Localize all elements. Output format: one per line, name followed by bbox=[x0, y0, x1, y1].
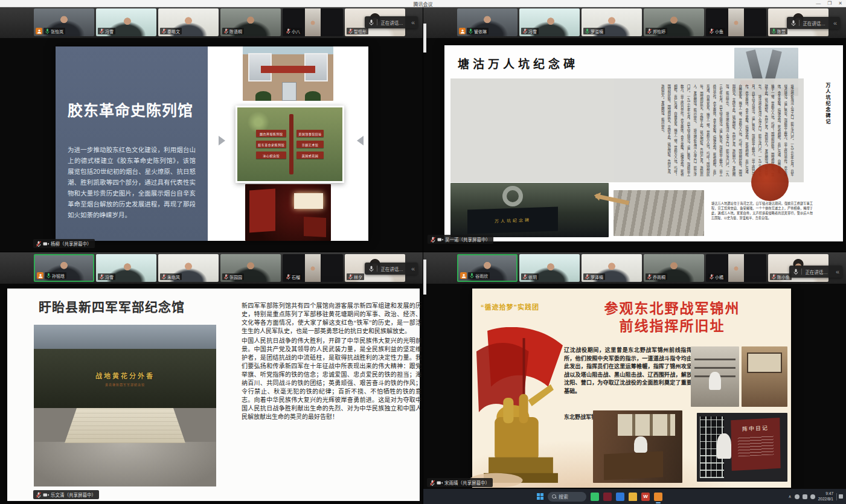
mic-off-icon bbox=[224, 28, 228, 34]
participant-nameplate: 孙铭晗 bbox=[45, 272, 66, 279]
presenter-icon bbox=[37, 29, 42, 34]
participant-name: 冯雪 bbox=[105, 274, 114, 280]
presenter-badge bbox=[37, 272, 43, 279]
participant-video[interactable]: 冯雪 bbox=[519, 8, 580, 36]
mural: 战地黄花分外香 黄花塘新四军军部纪念馆 bbox=[34, 349, 216, 408]
photo-stone-relief bbox=[614, 190, 704, 236]
mic-off-icon bbox=[36, 241, 41, 247]
participant-video[interactable]: 秦皓文 bbox=[158, 8, 219, 36]
mic-off-icon bbox=[286, 274, 290, 279]
speaking-text: 正在讲话… bbox=[803, 20, 825, 27]
wechat-icon[interactable] bbox=[591, 493, 599, 501]
tray-expand-icon[interactable]: ∧ bbox=[789, 494, 792, 499]
participant-video[interactable]: 乔雨桐 bbox=[644, 254, 704, 282]
speaking-indicator[interactable]: 正在讲话… « bbox=[789, 266, 842, 278]
participant-nameplate: 智恒彤 bbox=[347, 28, 368, 34]
participant-video[interactable]: 张怡岚 bbox=[34, 8, 94, 36]
sharer-label: 宋雨晴（共享屏幕中） bbox=[427, 478, 493, 487]
speaking-text: 正在讲话… bbox=[380, 266, 403, 272]
collapse-icon[interactable]: « bbox=[836, 268, 838, 275]
signpost-label: 英国式花园 bbox=[296, 152, 324, 159]
carousel-prev-arrow[interactable] bbox=[219, 136, 225, 145]
app-icon-blue[interactable] bbox=[616, 493, 624, 501]
participant-video[interactable]: 孙铭晗 bbox=[34, 254, 94, 282]
meeting-window-1: 张怡岚冯雪秦皓文陈语桐小八智恒彤 正在讲话… « 胶东革命史陈列馆 为进一步推动… bbox=[0, 7, 423, 252]
participant-video[interactable]: 依玥 bbox=[519, 254, 580, 282]
mic-on-icon bbox=[470, 273, 474, 278]
participant-video[interactable]: 冯雪 bbox=[96, 8, 156, 36]
participant-video[interactable]: 罗溢楠 bbox=[582, 8, 642, 36]
paragraph-1: 新四军军部陈列馆共有四个展馆向游客展示新四军组建和发展的历史，特别是重点陈列了军… bbox=[242, 302, 421, 336]
app-icon-maroon[interactable] bbox=[603, 493, 612, 501]
participant-video[interactable]: 石榴 bbox=[283, 254, 343, 282]
ring-sculpture bbox=[502, 186, 523, 206]
start-button[interactable] bbox=[537, 493, 543, 500]
meeting-app-icon[interactable] bbox=[654, 493, 662, 501]
mic-on-icon bbox=[469, 28, 473, 34]
participant-video[interactable]: 朱临风 bbox=[158, 254, 219, 282]
shared-slide-tanggu: 塘沽万人坑纪念碑 塘沽地处海河入海之口，扼京津门户。一九三七年七月，日军侵占塘沽… bbox=[444, 45, 843, 241]
slide-title: 塘沽万人坑纪念碑 bbox=[458, 55, 578, 71]
collapse-icon[interactable]: « bbox=[833, 19, 836, 27]
participant-video[interactable]: 小鱼 bbox=[706, 8, 766, 36]
participant-video[interactable]: 郑怡婷 bbox=[644, 8, 704, 36]
mic-off-icon bbox=[348, 28, 353, 34]
mic-on-icon bbox=[772, 28, 776, 34]
speaking-indicator[interactable]: 正在讲话… « bbox=[365, 16, 418, 28]
participant-name: 石榴 bbox=[292, 274, 300, 280]
cloud-tray-icon[interactable] bbox=[795, 494, 800, 499]
collapse-icon[interactable]: « bbox=[411, 265, 414, 272]
participant-strip: 管依琳冯雪罗溢楠郑怡婷小鱼陈萱 正在讲话… « bbox=[423, 7, 846, 38]
signpost-label: 京剧艺术馆 bbox=[296, 141, 324, 148]
close-button[interactable]: ✕ bbox=[838, 0, 842, 7]
participant-nameplate: 冯雪 bbox=[521, 28, 539, 34]
taskbar-search[interactable]: 搜索 bbox=[548, 492, 586, 502]
participant-name: 冯雪 bbox=[528, 28, 537, 34]
mural-subtext: 黄花塘新四军军部纪念馆 bbox=[105, 382, 145, 386]
participant-video[interactable]: 陈语桐 bbox=[220, 8, 281, 36]
mic-off-icon bbox=[647, 274, 652, 279]
participant-nameplate: 冯雪 bbox=[98, 28, 115, 34]
participant-video[interactable]: 管依琳 bbox=[457, 8, 518, 36]
mic-off-icon bbox=[710, 28, 714, 34]
collapse-icon[interactable]: « bbox=[411, 19, 414, 26]
participant-nameplate: 郑怡婷 bbox=[646, 28, 667, 34]
participant-name: 智恒彤 bbox=[354, 28, 367, 34]
photo-museum-building bbox=[243, 46, 333, 101]
speaking-indicator[interactable]: 正在讲话… « bbox=[787, 17, 840, 29]
participant-video[interactable]: 张园园 bbox=[220, 254, 281, 282]
diary-panel-title: 阵中日记 bbox=[731, 423, 780, 433]
mic-off-icon bbox=[523, 28, 527, 34]
camera-icon bbox=[437, 237, 443, 242]
diary-panel: 阵中日记 bbox=[731, 418, 780, 471]
window-titlebar: 腾讯会议 — ❐ ✕ bbox=[0, 0, 846, 7]
participant-nameplate: 乔雨桐 bbox=[646, 273, 667, 280]
mic-off-icon bbox=[431, 237, 435, 243]
slide-title: 参观东北野战军锦州 前线指挥所旧址 bbox=[557, 301, 787, 336]
statue-illustration bbox=[470, 327, 571, 488]
carousel-next-arrow[interactable] bbox=[357, 136, 364, 145]
inscription-title: 万人坑纪念碑记 bbox=[824, 83, 831, 125]
participant-nameplate: 管依琳 bbox=[467, 28, 489, 34]
participant-video[interactable]: 罗泽楠 bbox=[582, 254, 642, 282]
minimize-button[interactable]: — bbox=[816, 0, 821, 7]
photo-command-post-desk bbox=[593, 410, 682, 483]
participant-video[interactable]: 冯雪 bbox=[96, 254, 156, 282]
participant-video[interactable]: 小八 bbox=[283, 8, 343, 36]
maximize-button[interactable]: ❐ bbox=[827, 0, 832, 7]
signpost-label: 烟台开埠陈列馆 bbox=[256, 130, 286, 137]
mic-off-icon bbox=[286, 28, 290, 34]
window-title: 腾讯会议 bbox=[0, 1, 846, 7]
file-explorer-icon[interactable] bbox=[629, 493, 637, 501]
notification-icon[interactable] bbox=[836, 493, 843, 500]
taskbar-clock[interactable]: 9:47 2022/8/1 bbox=[818, 491, 833, 501]
word-icon[interactable]: W bbox=[641, 493, 650, 501]
volume-tray-icon[interactable] bbox=[810, 494, 815, 499]
participant-name: 小八 bbox=[292, 28, 300, 34]
search-icon bbox=[552, 494, 556, 499]
participant-video[interactable]: 小橘 bbox=[706, 254, 766, 282]
signpost-pole bbox=[289, 114, 293, 174]
participant-video[interactable]: 谷雨欣 bbox=[457, 254, 518, 282]
network-tray-icon[interactable] bbox=[803, 494, 807, 499]
speaking-indicator[interactable]: 正在讲话… « bbox=[365, 263, 418, 275]
